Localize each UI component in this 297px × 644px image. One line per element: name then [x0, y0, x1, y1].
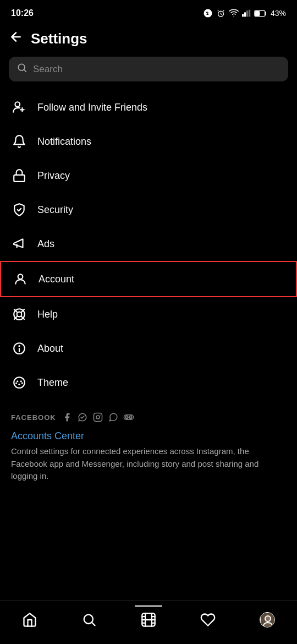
messenger-icon [77, 412, 88, 423]
account-label: Account [38, 274, 74, 285]
whatsapp-icon [203, 8, 213, 18]
menu-item-help[interactable]: Help [0, 297, 297, 331]
svg-point-36 [265, 616, 271, 621]
svg-point-24 [18, 384, 20, 385]
svg-rect-2 [242, 14, 244, 17]
follow-label: Follow and Invite Friends [37, 102, 147, 113]
reels-icon [141, 612, 156, 627]
svg-rect-3 [244, 12, 246, 17]
menu-item-account[interactable]: Account [0, 261, 297, 297]
svg-rect-5 [249, 10, 250, 17]
menu-item-about[interactable]: About [0, 331, 297, 365]
search-icon [16, 62, 28, 76]
wifi-icon [229, 9, 239, 17]
person-icon [12, 271, 29, 287]
page-header: Settings [0, 24, 297, 57]
facebook-f-icon [62, 412, 73, 423]
status-icons: 43% [203, 8, 286, 18]
svg-point-26 [21, 382, 23, 384]
bottom-navigation [0, 600, 297, 644]
svg-point-29 [100, 414, 101, 416]
accounts-center-description: Control settings for connected experienc… [11, 445, 286, 489]
svg-point-22 [16, 380, 18, 382]
shield-icon [11, 201, 28, 218]
theme-label: Theme [37, 377, 68, 389]
svg-point-33 [84, 614, 93, 623]
nav-home[interactable] [16, 609, 43, 631]
megaphone-icon [11, 236, 28, 252]
security-label: Security [37, 204, 73, 216]
svg-point-21 [14, 377, 25, 388]
svg-point-23 [20, 380, 22, 382]
menu-item-security[interactable]: Security [0, 193, 297, 227]
meta-icon [123, 412, 134, 423]
facebook-label: FACEBOOK [11, 413, 56, 422]
notifications-label: Notifications [37, 136, 91, 148]
lock-icon [11, 167, 28, 184]
svg-point-37 [263, 623, 272, 627]
svg-rect-4 [246, 10, 248, 17]
settings-menu: Follow and Invite Friends Notifications … [0, 87, 297, 403]
facebook-section: FACEBOOK Accounts Center Control [0, 403, 297, 494]
instagram-icon [92, 412, 103, 423]
privacy-label: Privacy [37, 170, 70, 182]
svg-point-31 [129, 416, 131, 419]
whatsapp-social-icon [108, 412, 119, 423]
svg-rect-27 [94, 413, 102, 422]
info-icon [11, 340, 28, 357]
page-title: Settings [31, 30, 87, 47]
facebook-title-row: FACEBOOK [11, 412, 286, 423]
accounts-center-link[interactable]: Accounts Center [11, 426, 286, 445]
svg-rect-7 [255, 11, 260, 15]
battery-icon [254, 10, 267, 17]
bell-icon [11, 133, 28, 150]
search-placeholder: Search [33, 64, 63, 75]
menu-item-privacy[interactable]: Privacy [0, 159, 297, 193]
facebook-social-icons [62, 412, 134, 423]
menu-item-follow[interactable]: Follow and Invite Friends [0, 90, 297, 124]
lifebuoy-icon [11, 306, 28, 323]
nav-active-indicator [135, 605, 162, 607]
heart-icon [200, 612, 216, 627]
status-time: 10:26 [11, 8, 34, 18]
svg-point-25 [15, 382, 17, 384]
svg-point-9 [15, 102, 20, 107]
svg-point-11 [18, 274, 23, 279]
menu-item-ads[interactable]: Ads [0, 227, 297, 261]
svg-point-8 [18, 64, 25, 70]
menu-item-notifications[interactable]: Notifications [0, 124, 297, 159]
svg-point-30 [125, 416, 128, 419]
status-bar: 10:26 43% [0, 0, 297, 24]
ads-label: Ads [37, 238, 54, 250]
home-icon [22, 612, 37, 627]
svg-point-28 [96, 416, 100, 419]
svg-rect-10 [14, 175, 25, 182]
search-bar[interactable]: Search [9, 57, 288, 81]
help-label: Help [37, 309, 58, 320]
nav-search[interactable] [76, 609, 102, 631]
nav-profile[interactable] [254, 609, 280, 631]
palette-icon [11, 374, 28, 391]
alarm-icon [216, 9, 226, 18]
signal-icon [242, 9, 251, 17]
battery-percentage: 43% [271, 9, 286, 18]
back-button[interactable] [9, 30, 23, 48]
profile-avatar [260, 612, 275, 627]
nav-reels[interactable] [135, 609, 162, 631]
nav-likes[interactable] [195, 609, 221, 631]
follow-icon [11, 99, 28, 116]
about-label: About [37, 343, 63, 354]
menu-item-theme[interactable]: Theme [0, 365, 297, 400]
search-nav-icon [81, 612, 97, 627]
